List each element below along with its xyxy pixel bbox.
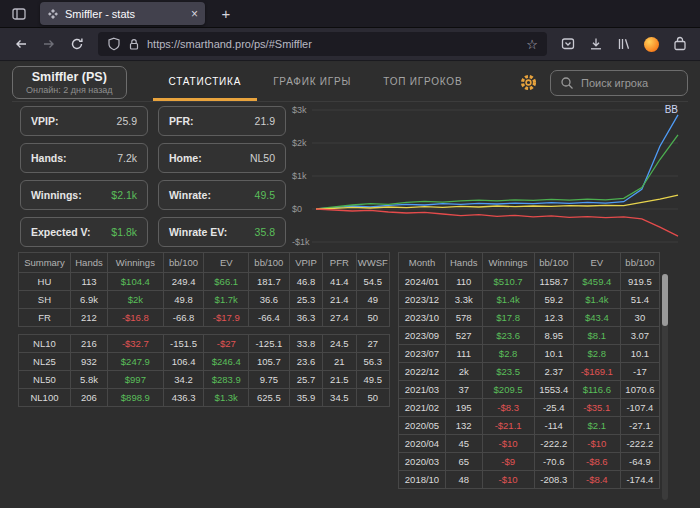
table-cell: 2023/07 xyxy=(399,345,446,363)
pocket-icon xyxy=(560,36,576,52)
player-name: Smiffler (PS) xyxy=(26,70,113,84)
tracking-shield-icon[interactable] xyxy=(107,37,121,51)
y-axis-label: $3k xyxy=(292,105,307,115)
browser-tab[interactable]: Smiffler - stats × xyxy=(40,2,205,25)
bookmark-star-icon[interactable]: ☆ xyxy=(526,38,538,51)
stat-label: Expected V: xyxy=(31,226,91,238)
table-row: NL25932$247.9106.4$246.4105.723.62156.3 xyxy=(19,353,390,371)
table-cell: 49.8 xyxy=(163,291,204,309)
table-cell: 33.8 xyxy=(289,335,322,353)
table-cell: $17.8 xyxy=(482,309,534,327)
stat-label: Home: xyxy=(169,152,202,164)
table-cell: -125.1 xyxy=(248,335,289,353)
column-header: bb/100 xyxy=(248,253,289,273)
lock-icon[interactable] xyxy=(127,37,141,51)
table-cell: 51.4 xyxy=(620,291,659,309)
table-cell: 2022/12 xyxy=(399,363,446,381)
stat-card-vpip: VPIP:25.9 xyxy=(20,106,148,136)
stat-label: Winrate: xyxy=(169,189,211,201)
table-cell: -107.4 xyxy=(620,399,659,417)
table-cell: $283.9 xyxy=(204,371,249,389)
table-cell: $23.5 xyxy=(482,363,534,381)
table-cell: 25.3 xyxy=(289,291,322,309)
chart-legend-bb[interactable]: BB xyxy=(665,104,679,115)
chart-line-red xyxy=(316,209,678,236)
table-cell: 65 xyxy=(445,453,482,471)
table-cell: 25.7 xyxy=(289,371,322,389)
table-cell: 8.95 xyxy=(534,327,573,345)
table-cell: 54.5 xyxy=(356,273,389,291)
table-cell: NL50 xyxy=(19,371,71,389)
table-cell: $2.1 xyxy=(573,417,620,435)
pocket-save-button[interactable] xyxy=(555,32,580,56)
stat-card-expectedv: Expected V:$1.8k xyxy=(20,217,148,247)
table-cell: 27.4 xyxy=(323,309,356,327)
scrollbar-thumb[interactable] xyxy=(662,274,668,326)
table-cell: 10.1 xyxy=(534,345,573,363)
table-cell: $66.1 xyxy=(204,273,249,291)
table-cell: 24.5 xyxy=(323,335,356,353)
player-search-box[interactable] xyxy=(550,70,688,96)
firefox-view-button[interactable] xyxy=(6,4,32,24)
sidebar-bag-button[interactable] xyxy=(667,32,692,56)
table-cell: -151.5 xyxy=(163,335,204,353)
column-header: Hands xyxy=(70,253,107,273)
settings-button[interactable] xyxy=(519,73,538,92)
table-cell: 21.4 xyxy=(323,291,356,309)
table-cell: 113 xyxy=(70,273,107,291)
player-online-status: Онлайн: 2 дня назад xyxy=(26,85,113,95)
tab-game-graph[interactable]: ГРАФИК ИГРЫ xyxy=(257,64,367,101)
stat-value: 35.8 xyxy=(255,226,275,238)
tab-favicon-icon xyxy=(47,8,59,20)
table-cell: $246.4 xyxy=(204,353,249,371)
table-cell: $43.4 xyxy=(573,309,620,327)
table-cell: 111 xyxy=(445,345,482,363)
tab-close-icon[interactable]: × xyxy=(191,8,198,20)
table-cell: 50 xyxy=(356,309,389,327)
tab-statistics[interactable]: СТАТИСТИКА xyxy=(153,64,258,101)
stat-label: VPIP: xyxy=(31,115,58,127)
table-cell: 2020/05 xyxy=(399,417,446,435)
forward-button[interactable] xyxy=(36,32,62,56)
table-cell: NL10 xyxy=(19,335,71,353)
column-header: bb/100 xyxy=(534,253,573,273)
table-scrollbar[interactable] xyxy=(662,274,668,500)
reload-button[interactable] xyxy=(64,32,90,56)
table-cell: 2021/03 xyxy=(399,381,446,399)
table-cell: $1.4k xyxy=(482,291,534,309)
table-row: FR212-$16.8-66.8-$17.9-66.436.327.450 xyxy=(19,309,390,327)
table-row: 2024/01110$510.71158.7$459.4919.5 xyxy=(399,273,660,291)
url-bar[interactable]: https://smarthand.pro/ps/#Smiffler ☆ xyxy=(98,32,547,56)
stat-value: 7.2k xyxy=(117,152,137,164)
new-tab-button[interactable]: + xyxy=(215,5,237,22)
extension-button[interactable] xyxy=(639,32,664,56)
library-button[interactable] xyxy=(611,32,636,56)
data-table: MonthHandsWinningsbb/100EVbb/1002024/011… xyxy=(398,252,660,489)
back-button[interactable] xyxy=(8,32,34,56)
table-row: 2018/1048-$10-208.3-$8.4-174.4 xyxy=(399,471,660,489)
table-row: 2022/122k$23.52.37-$169.1-17 xyxy=(399,363,660,381)
downloads-button[interactable] xyxy=(583,32,608,56)
table-row: 2020/05132-$21.1-114$2.1-27.1 xyxy=(399,417,660,435)
table-row: 2023/10578$17.812.3$43.430 xyxy=(399,309,660,327)
table-cell: -66.4 xyxy=(248,309,289,327)
download-icon xyxy=(588,36,604,52)
table-cell: 36.3 xyxy=(289,309,322,327)
tab-top-players[interactable]: ТОП ИГРОКОВ xyxy=(367,64,478,101)
column-header: Summary xyxy=(19,253,71,273)
table-cell: SH xyxy=(19,291,71,309)
table-cell: 1070.6 xyxy=(620,381,659,399)
table-cell: -222.2 xyxy=(534,435,573,453)
table-row: 2021/02195-$8.3-25.4-$35.1-107.4 xyxy=(399,399,660,417)
stat-card-pfr: PFR:21.9 xyxy=(158,106,286,136)
table-cell: $997 xyxy=(108,371,164,389)
table-cell: 578 xyxy=(445,309,482,327)
column-header: EV xyxy=(204,253,249,273)
url-text: https://smarthand.pro/ps/#Smiffler xyxy=(147,38,520,50)
search-input[interactable] xyxy=(581,77,678,89)
table-row: 2020/0365-$9-70.6-$8.6-64.9 xyxy=(399,453,660,471)
table-cell: -$8.4 xyxy=(573,471,620,489)
table-cell: 36.6 xyxy=(248,291,289,309)
table-cell: -$16.8 xyxy=(108,309,164,327)
y-axis-label: $0 xyxy=(292,204,302,214)
